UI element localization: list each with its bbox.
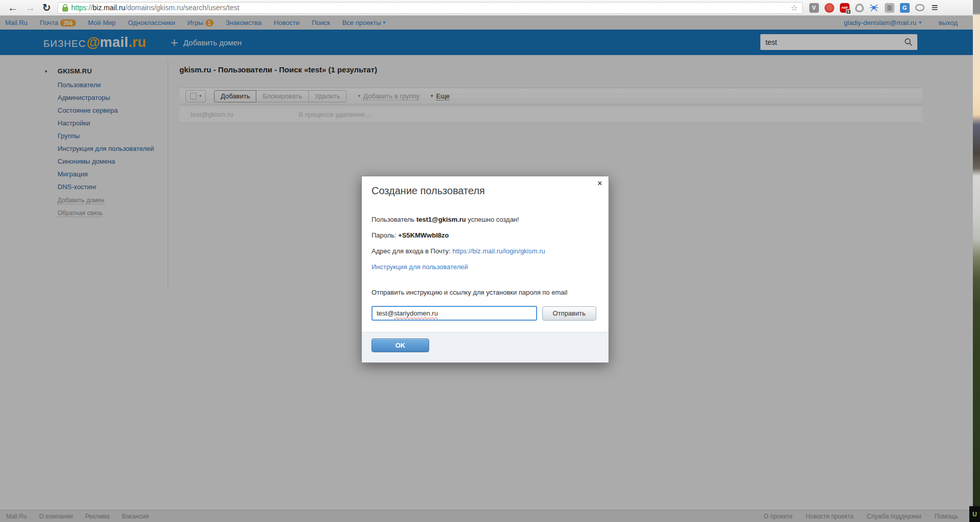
modal-footer: OK [362,332,608,362]
browser-reload-button[interactable]: ↻ [42,3,51,13]
password-label: Пароль: [372,231,398,239]
https-lock-icon[interactable] [62,4,68,12]
created-suffix-text: успешно создан! [466,216,519,223]
send-instruction-hint: Отправить инструкцию и ссылку для устано… [372,289,596,297]
spider-extension-icon[interactable] [869,3,879,13]
send-button[interactable]: Отправить [542,306,596,321]
email-user-part: test@ [377,309,394,317]
desktop-wallpaper-strip [973,0,980,522]
url-separator: :// [87,4,93,12]
instructions-link[interactable]: Инструкция для пользователей [372,263,468,271]
url-host: biz.mail.ru [93,4,125,12]
desktop-icon: U [969,506,980,522]
adblock-plus-extension-icon[interactable]: ABP1 [840,3,850,13]
instructions-line: Инструкция для пользователей [372,263,596,271]
translate-extension-icon[interactable]: G [900,3,910,13]
bookmark-star-icon[interactable]: ☆ [790,3,798,13]
extension-row: V ABP1 G [809,3,924,13]
modal-title: Создание пользователя [372,185,596,197]
hand-extension-icon[interactable] [885,3,894,13]
send-email-row: test@stariydomen.ru Отправить [372,306,596,321]
url-text: https://biz.mail.ru/domains/gkism.ru/sea… [71,4,788,12]
teardrop-extension-icon[interactable] [855,4,864,12]
browser-forward-button[interactable]: → [25,3,35,13]
browser-back-button[interactable]: ← [8,3,18,13]
stop-hand-extension-icon[interactable] [825,3,834,13]
screen: ← → ↻ https://biz.mail.ru/domains/gkism.… [0,0,980,522]
login-url-link[interactable]: https://biz.mail.ru/login/gkism.ru [453,247,545,255]
create-user-modal: × Создание пользователя Пользователь tes… [361,176,609,363]
browser-menu-icon[interactable]: ≡ [932,2,938,13]
created-prefix-text: Пользователь [372,216,416,223]
oval-extension-icon[interactable] [915,4,924,11]
url-bar[interactable]: https://biz.mail.ru/domains/gkism.ru/sea… [58,2,803,14]
vimium-extension-icon[interactable]: V [809,3,819,13]
password-line: Пароль: +S5KMWwbI8zo [372,231,596,240]
email-domain-part: stariydomen.ru [394,309,438,317]
created-user-email: test1@gkism.ru [416,216,466,223]
close-icon[interactable]: × [597,179,602,188]
url-path: /domains/gkism.ru/search/users/test [125,4,240,12]
login-address-line: Адрес для входа в Почту: https://biz.mai… [372,247,596,255]
created-message: Пользователь test1@gkism.ru успешно созд… [372,216,596,224]
login-address-label: Адрес для входа в Почту: [372,247,453,255]
email-input[interactable]: test@stariydomen.ru [372,306,537,321]
abp-count-badge: 1 [846,9,851,14]
url-scheme: https [71,4,87,12]
ok-button[interactable]: OK [372,338,429,352]
browser-toolbar: ← → ↻ https://biz.mail.ru/domains/gkism.… [0,0,973,16]
password-value: +S5KMWwbI8zo [398,231,448,239]
modal-body: Создание пользователя Пользователь test1… [362,176,608,321]
